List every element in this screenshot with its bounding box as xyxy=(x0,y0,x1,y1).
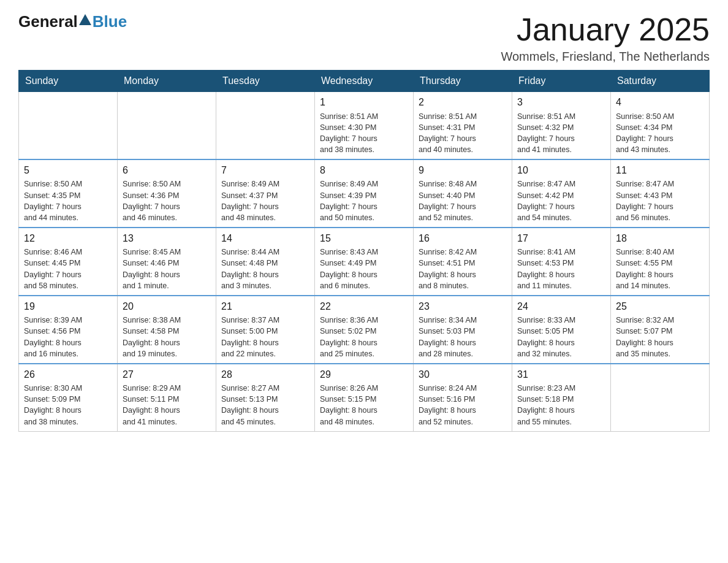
calendar-cell: 18Sunrise: 8:40 AMSunset: 4:55 PMDayligh… xyxy=(611,228,710,296)
day-info: Sunrise: 8:23 AMSunset: 5:18 PMDaylight:… xyxy=(517,383,605,427)
day-number: 26 xyxy=(24,368,112,381)
week-row-1: 1Sunrise: 8:51 AMSunset: 4:30 PMDaylight… xyxy=(19,92,710,159)
day-info: Sunrise: 8:51 AMSunset: 4:32 PMDaylight:… xyxy=(517,111,605,156)
day-info: Sunrise: 8:49 AMSunset: 4:39 PMDaylight:… xyxy=(320,178,408,223)
day-header-tuesday: Tuesday xyxy=(216,71,315,92)
day-header-sunday: Sunday xyxy=(19,71,118,92)
location-subtitle: Wommels, Friesland, The Netherlands xyxy=(501,50,710,64)
day-info: Sunrise: 8:49 AMSunset: 4:37 PMDaylight:… xyxy=(221,178,309,223)
calendar-cell: 27Sunrise: 8:29 AMSunset: 5:11 PMDayligh… xyxy=(118,364,216,431)
calendar-cell: 21Sunrise: 8:37 AMSunset: 5:00 PMDayligh… xyxy=(216,296,315,364)
day-info: Sunrise: 8:27 AMSunset: 5:13 PMDaylight:… xyxy=(221,383,309,427)
day-number: 10 xyxy=(517,164,605,177)
calendar-cell: 17Sunrise: 8:41 AMSunset: 4:53 PMDayligh… xyxy=(512,228,611,296)
day-number: 31 xyxy=(517,368,605,381)
calendar-cell: 8Sunrise: 8:49 AMSunset: 4:39 PMDaylight… xyxy=(315,159,414,228)
calendar-cell: 3Sunrise: 8:51 AMSunset: 4:32 PMDaylight… xyxy=(512,92,611,159)
day-info: Sunrise: 8:46 AMSunset: 4:45 PMDaylight:… xyxy=(24,247,112,291)
page-header: General Blue January 2025 Wommels, Fries… xyxy=(18,12,710,64)
calendar-cell: 29Sunrise: 8:26 AMSunset: 5:15 PMDayligh… xyxy=(315,364,414,431)
day-info: Sunrise: 8:43 AMSunset: 4:49 PMDaylight:… xyxy=(320,247,408,291)
day-number: 3 xyxy=(517,96,605,109)
day-header-saturday: Saturday xyxy=(611,71,710,92)
day-number: 1 xyxy=(320,96,408,109)
day-number: 16 xyxy=(419,232,507,245)
day-info: Sunrise: 8:48 AMSunset: 4:40 PMDaylight:… xyxy=(419,178,507,223)
calendar-cell xyxy=(611,364,710,431)
day-number: 28 xyxy=(221,368,309,381)
day-header-thursday: Thursday xyxy=(414,71,512,92)
day-number: 29 xyxy=(320,368,408,381)
calendar-cell: 23Sunrise: 8:34 AMSunset: 5:03 PMDayligh… xyxy=(414,296,512,364)
day-number: 8 xyxy=(320,164,408,177)
logo-blue-text: Blue xyxy=(93,12,127,31)
day-info: Sunrise: 8:47 AMSunset: 4:43 PMDaylight:… xyxy=(616,178,704,223)
day-info: Sunrise: 8:32 AMSunset: 5:07 PMDaylight:… xyxy=(616,315,704,359)
day-info: Sunrise: 8:33 AMSunset: 5:05 PMDaylight:… xyxy=(517,315,605,359)
logo: General Blue xyxy=(18,12,127,31)
day-number: 15 xyxy=(320,232,408,245)
calendar-cell: 7Sunrise: 8:49 AMSunset: 4:37 PMDaylight… xyxy=(216,159,315,228)
day-header-friday: Friday xyxy=(512,71,611,92)
day-header-wednesday: Wednesday xyxy=(315,71,414,92)
day-number: 19 xyxy=(24,300,112,313)
day-info: Sunrise: 8:37 AMSunset: 5:00 PMDaylight:… xyxy=(221,315,309,359)
day-info: Sunrise: 8:44 AMSunset: 4:48 PMDaylight:… xyxy=(221,247,309,291)
day-header-monday: Monday xyxy=(118,71,216,92)
day-number: 4 xyxy=(616,96,704,109)
day-number: 11 xyxy=(616,164,704,177)
week-row-2: 5Sunrise: 8:50 AMSunset: 4:35 PMDaylight… xyxy=(19,159,710,228)
week-row-5: 26Sunrise: 8:30 AMSunset: 5:09 PMDayligh… xyxy=(19,364,710,431)
week-row-3: 12Sunrise: 8:46 AMSunset: 4:45 PMDayligh… xyxy=(19,228,710,296)
calendar-cell: 11Sunrise: 8:47 AMSunset: 4:43 PMDayligh… xyxy=(611,159,710,228)
day-number: 14 xyxy=(221,232,309,245)
logo-triangle-icon xyxy=(79,14,91,25)
calendar-cell: 12Sunrise: 8:46 AMSunset: 4:45 PMDayligh… xyxy=(19,228,118,296)
day-info: Sunrise: 8:24 AMSunset: 5:16 PMDaylight:… xyxy=(419,383,507,427)
day-info: Sunrise: 8:30 AMSunset: 5:09 PMDaylight:… xyxy=(24,383,112,427)
day-info: Sunrise: 8:38 AMSunset: 4:58 PMDaylight:… xyxy=(123,315,211,359)
day-number: 2 xyxy=(419,96,507,109)
day-info: Sunrise: 8:26 AMSunset: 5:15 PMDaylight:… xyxy=(320,383,408,427)
calendar-cell xyxy=(19,92,118,159)
day-number: 12 xyxy=(24,232,112,245)
calendar-cell: 5Sunrise: 8:50 AMSunset: 4:35 PMDaylight… xyxy=(19,159,118,228)
calendar-header: SundayMondayTuesdayWednesdayThursdayFrid… xyxy=(19,71,710,92)
day-info: Sunrise: 8:40 AMSunset: 4:55 PMDaylight:… xyxy=(616,247,704,291)
day-number: 20 xyxy=(123,300,211,313)
calendar-cell xyxy=(216,92,315,159)
calendar-cell: 30Sunrise: 8:24 AMSunset: 5:16 PMDayligh… xyxy=(414,364,512,431)
day-number: 5 xyxy=(24,164,112,177)
logo-general-text: General xyxy=(18,12,78,31)
day-number: 27 xyxy=(123,368,211,381)
day-info: Sunrise: 8:41 AMSunset: 4:53 PMDaylight:… xyxy=(517,247,605,291)
day-info: Sunrise: 8:47 AMSunset: 4:42 PMDaylight:… xyxy=(517,178,605,223)
day-info: Sunrise: 8:42 AMSunset: 4:51 PMDaylight:… xyxy=(419,247,507,291)
day-info: Sunrise: 8:39 AMSunset: 4:56 PMDaylight:… xyxy=(24,315,112,359)
calendar-cell: 16Sunrise: 8:42 AMSunset: 4:51 PMDayligh… xyxy=(414,228,512,296)
day-info: Sunrise: 8:51 AMSunset: 4:30 PMDaylight:… xyxy=(320,111,408,156)
day-info: Sunrise: 8:36 AMSunset: 5:02 PMDaylight:… xyxy=(320,315,408,359)
title-area: January 2025 Wommels, Friesland, The Net… xyxy=(501,12,710,64)
day-number: 23 xyxy=(419,300,507,313)
day-number: 25 xyxy=(616,300,704,313)
day-info: Sunrise: 8:29 AMSunset: 5:11 PMDaylight:… xyxy=(123,383,211,427)
calendar-body: 1Sunrise: 8:51 AMSunset: 4:30 PMDaylight… xyxy=(19,92,710,431)
day-number: 7 xyxy=(221,164,309,177)
calendar-cell xyxy=(118,92,216,159)
calendar-cell: 9Sunrise: 8:48 AMSunset: 4:40 PMDaylight… xyxy=(414,159,512,228)
day-info: Sunrise: 8:34 AMSunset: 5:03 PMDaylight:… xyxy=(419,315,507,359)
calendar-cell: 2Sunrise: 8:51 AMSunset: 4:31 PMDaylight… xyxy=(414,92,512,159)
calendar-cell: 6Sunrise: 8:50 AMSunset: 4:36 PMDaylight… xyxy=(118,159,216,228)
calendar-cell: 15Sunrise: 8:43 AMSunset: 4:49 PMDayligh… xyxy=(315,228,414,296)
calendar-cell: 13Sunrise: 8:45 AMSunset: 4:46 PMDayligh… xyxy=(118,228,216,296)
calendar-table: SundayMondayTuesdayWednesdayThursdayFrid… xyxy=(18,70,710,431)
day-info: Sunrise: 8:50 AMSunset: 4:34 PMDaylight:… xyxy=(616,111,704,156)
day-info: Sunrise: 8:50 AMSunset: 4:35 PMDaylight:… xyxy=(24,178,112,223)
day-number: 6 xyxy=(123,164,211,177)
calendar-cell: 1Sunrise: 8:51 AMSunset: 4:30 PMDaylight… xyxy=(315,92,414,159)
week-row-4: 19Sunrise: 8:39 AMSunset: 4:56 PMDayligh… xyxy=(19,296,710,364)
day-number: 24 xyxy=(517,300,605,313)
calendar-cell: 20Sunrise: 8:38 AMSunset: 4:58 PMDayligh… xyxy=(118,296,216,364)
day-info: Sunrise: 8:45 AMSunset: 4:46 PMDaylight:… xyxy=(123,247,211,291)
